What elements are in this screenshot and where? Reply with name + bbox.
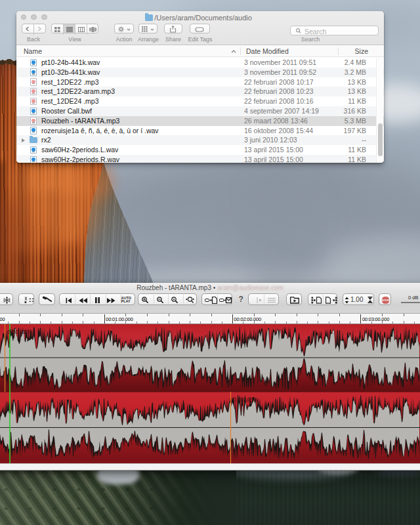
svg-text:0.00 dBfs: 0.00 dBfs [7,329,33,335]
svg-text:0.00 dBfs: 0.00 dBfs [233,396,259,403]
